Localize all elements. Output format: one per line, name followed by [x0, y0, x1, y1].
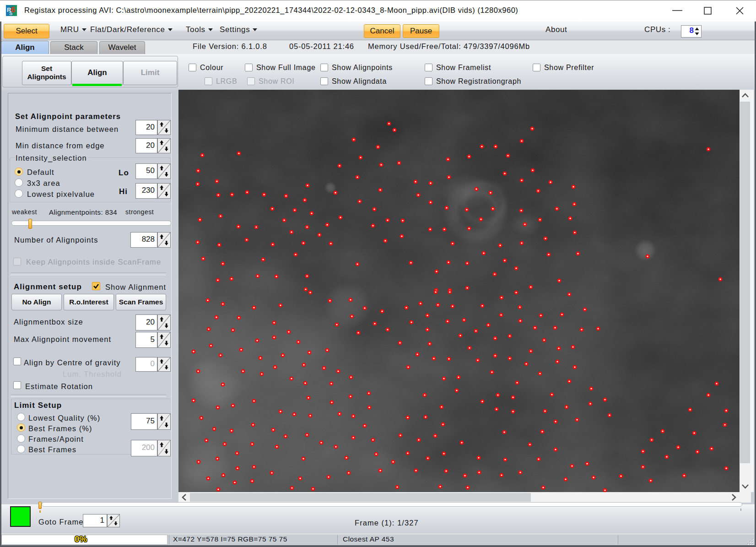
svg-text:6: 6	[11, 5, 15, 14]
